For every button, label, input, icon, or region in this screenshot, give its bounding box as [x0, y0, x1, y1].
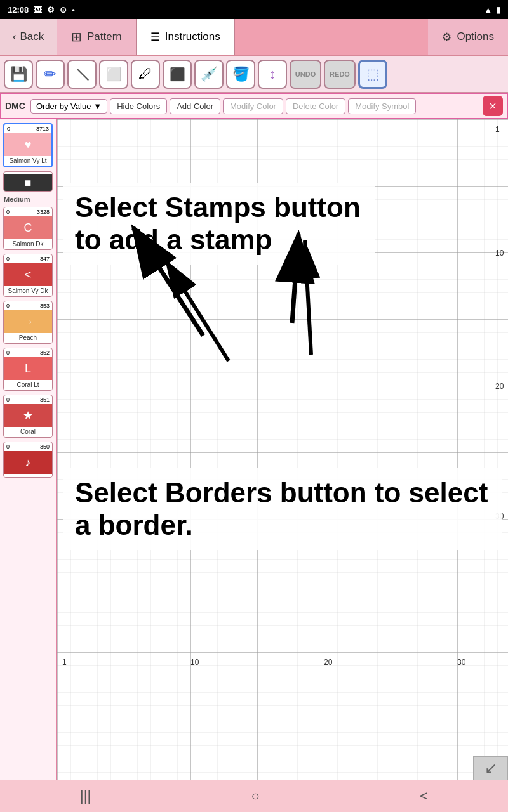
color-num: 352	[40, 350, 50, 356]
tab-pattern[interactable]: ⊞ Pattern	[57, 19, 137, 55]
redo-button[interactable]: REDO	[324, 60, 356, 89]
move-icon: ↕	[269, 66, 276, 82]
color-name: Coral	[4, 427, 52, 437]
toolbar: 💾 ✏ | ⬜ 🖊 ⬛ 💉 🪣 ↕ UNDO REDO ⬚	[0, 56, 508, 93]
main-area: 0 3713 ♥ Salmon Vy Lt ■ Medium 0 3328	[0, 119, 508, 780]
color-symbol: ■	[25, 176, 32, 190]
eraser-icon: ⬜	[106, 67, 122, 82]
color-item-header: 0 350	[4, 442, 52, 451]
eyedropper-button[interactable]: 💉	[194, 60, 224, 89]
add-color-label: Add Color	[177, 102, 213, 111]
color-count: 0	[6, 443, 10, 450]
move-button[interactable]: ↕	[258, 60, 287, 89]
color-swatch: ■	[4, 174, 52, 191]
bottom-back-button[interactable]: <	[420, 788, 428, 804]
color-count: 0	[7, 126, 10, 132]
color-num: 3713	[36, 126, 49, 132]
color-item-352[interactable]: 0 352 L Coral Lt	[3, 348, 53, 391]
undo-button[interactable]: UNDO	[290, 60, 321, 89]
close-icon: ×	[489, 99, 497, 114]
color-swatch: →	[4, 310, 52, 333]
dot-icon: •	[72, 5, 75, 15]
battery-icon: ▮	[496, 5, 500, 15]
tab-instructions[interactable]: ☰ Instructions	[137, 19, 235, 55]
tab-instructions-label: Instructions	[165, 30, 220, 43]
color-sidebar: 0 3713 ♥ Salmon Vy Lt ■ Medium 0 3328	[0, 119, 57, 780]
delete-color-label: Delete Color	[293, 102, 338, 111]
color-item-header: 0 3328	[4, 207, 52, 216]
modify-color-button[interactable]: Modify Color	[223, 98, 283, 114]
color-count: 0	[6, 303, 10, 309]
hide-colors-button[interactable]: Hide Colors	[110, 98, 167, 114]
tab-options-label: Options	[457, 30, 494, 43]
pencil-icon: ✏	[44, 65, 57, 83]
scroll-corner[interactable]: ↙	[473, 756, 508, 780]
grid-area[interactable]: 1 10 20 30 1 10 20 30 Select Stamps butt…	[57, 119, 508, 780]
color-symbol: ★	[23, 409, 33, 422]
color-item-350[interactable]: 0 350 ♪	[3, 442, 53, 478]
status-bar-right: ▲ ▮	[484, 5, 500, 15]
home-circle-icon: ○	[251, 788, 259, 804]
color-num: 350	[40, 443, 50, 450]
modify-symbol-button[interactable]: Modify Symbol	[348, 98, 416, 114]
nav-bar: ‹ Back ⊞ Pattern ☰ Instructions ⚙ Option…	[0, 19, 508, 56]
color-count: 0	[6, 350, 10, 356]
back-button[interactable]: ‹ Back	[0, 19, 57, 55]
color-num: 3328	[37, 209, 50, 215]
color-item-header: 0 351	[4, 395, 52, 404]
close-button[interactable]: ×	[483, 96, 503, 116]
pencil-button[interactable]: ✏	[36, 60, 65, 89]
select-button[interactable]: ⬚	[358, 60, 387, 89]
stamps-icon: 🖊	[138, 66, 152, 82]
svg-text:30: 30	[457, 658, 466, 667]
svg-text:1: 1	[495, 125, 500, 134]
dmc-label: DMC	[5, 101, 25, 111]
save-button[interactable]: 💾	[4, 60, 33, 89]
color-name	[4, 474, 52, 477]
color-item-353[interactable]: 0 353 → Peach	[3, 301, 53, 344]
fill-button[interactable]: 🪣	[226, 60, 255, 89]
back-label: Back	[20, 30, 44, 43]
select-icon: ⬚	[366, 66, 380, 82]
add-color-button[interactable]: Add Color	[170, 98, 220, 114]
color-num: 351	[40, 396, 50, 403]
color-swatch: C	[4, 216, 52, 239]
bottom-home-button[interactable]: ○	[251, 788, 259, 804]
hide-colors-label: Hide Colors	[117, 102, 160, 111]
color-num: 347	[40, 256, 50, 262]
bottom-nav: ||| ○ <	[0, 780, 508, 812]
fill-icon: 🪣	[232, 66, 250, 82]
bottom-menu-button[interactable]: |||	[80, 788, 91, 804]
back-arrow-icon: <	[420, 788, 428, 804]
color-symbol: ♪	[25, 456, 31, 469]
color-item-3713[interactable]: 0 3713 ♥ Salmon Vy Lt	[3, 123, 53, 167]
stamps-button[interactable]: 🖊	[131, 60, 160, 89]
color-item-3328[interactable]: 0 3328 C Salmon Dk	[3, 207, 53, 250]
color-item-351[interactable]: 0 351 ★ Coral	[3, 395, 53, 438]
menu-lines-icon: |||	[80, 788, 91, 804]
record-icon: ⊙	[60, 5, 67, 15]
order-label: Order by Value	[36, 102, 91, 111]
options-gear-icon: ⚙	[442, 30, 451, 44]
photo-icon: 🖼	[34, 5, 42, 15]
eraser-button[interactable]: ⬜	[99, 60, 128, 89]
color-item-header: 0 347	[4, 254, 52, 263]
order-by-value-button[interactable]: Order by Value ▼	[30, 99, 107, 114]
borders-button[interactable]: ⬛	[163, 60, 192, 89]
modify-color-label: Modify Color	[230, 102, 276, 111]
color-swatch: ♥	[4, 133, 51, 156]
scroll-indicator: ↙	[485, 759, 497, 777]
color-name: Salmon Vy Dk	[4, 286, 52, 296]
color-item-3713b[interactable]: ■	[3, 171, 53, 192]
line-button[interactable]: |	[67, 60, 97, 89]
modify-symbol-label: Modify Symbol	[355, 102, 409, 111]
delete-color-button[interactable]: Delete Color	[286, 98, 345, 114]
color-item-347[interactable]: 0 347 < Salmon Vy Dk	[3, 254, 53, 297]
redo-label: REDO	[330, 70, 350, 78]
svg-text:30: 30	[495, 512, 504, 521]
eyedropper-icon: 💉	[201, 66, 218, 82]
order-chevron-icon: ▼	[93, 102, 102, 111]
tab-options[interactable]: ⚙ Options	[428, 19, 508, 55]
color-symbol: L	[25, 362, 31, 376]
color-swatch: ★	[4, 404, 52, 427]
